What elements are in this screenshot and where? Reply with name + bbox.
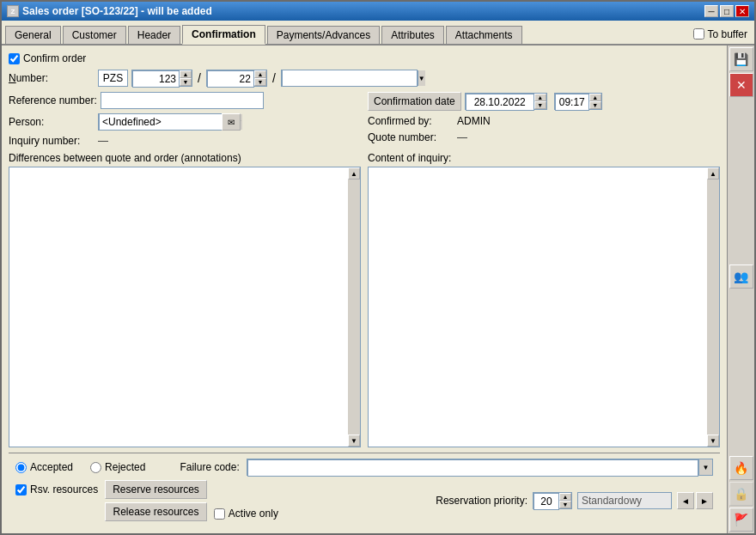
number-spin1-up[interactable]: ▲	[180, 70, 192, 78]
resources-row: Rsv. resources Reserve resources Release…	[15, 480, 713, 521]
date-input[interactable]	[466, 94, 534, 111]
window-title: Sales order [SO-123/22] - will be added	[22, 5, 212, 17]
time-spin-up[interactable]: ▲	[589, 94, 601, 101]
reference-number-input[interactable]	[101, 92, 264, 109]
tab-bar: General Customer Header Confirmation Pay…	[2, 21, 754, 46]
priority-spin-buttons: ▲ ▼	[559, 493, 571, 508]
time-spin-down[interactable]: ▼	[589, 101, 601, 109]
window-close-button[interactable]: ✕	[735, 5, 749, 17]
content-scroll-up[interactable]: ▲	[707, 167, 719, 179]
date-spin-up[interactable]: ▲	[534, 94, 546, 101]
number-value3-input[interactable]	[282, 70, 418, 87]
confirm-order-label: Confirm order	[23, 52, 86, 64]
quote-number-row: Quote number: —	[368, 131, 720, 143]
date-spin-buttons: ▲ ▼	[534, 94, 546, 109]
reference-number-label: Reference number:	[9, 94, 97, 106]
rejected-label: Rejected	[90, 461, 145, 473]
priority-nav-buttons: ◄ ►	[677, 492, 713, 509]
inquiry-number-row: Inquiry number: —	[9, 135, 361, 147]
priority-spin-up[interactable]: ▲	[559, 493, 571, 501]
content-textarea-wrapper: ▲ ▼	[368, 167, 720, 447]
number-dropdown3-btn[interactable]: ▼	[418, 70, 425, 86]
tab-attributes[interactable]: Attributes	[381, 26, 444, 44]
slash1: /	[198, 71, 201, 85]
confirmed-by-row: Confirmed by: ADMIN	[368, 115, 720, 127]
number-value1-input[interactable]	[132, 70, 180, 88]
confirmed-by-label: Confirmed by:	[368, 115, 454, 127]
content-textarea[interactable]	[369, 167, 707, 447]
users-button[interactable]: 👥	[729, 264, 753, 289]
accepted-label: Accepted	[15, 461, 73, 473]
content-section: Content of inquiry: ▲ ▼	[368, 152, 720, 447]
fire-button[interactable]: 🔥	[729, 456, 753, 480]
flag-icon: 🚩	[734, 513, 748, 526]
person-email-button[interactable]: ✉	[222, 113, 241, 131]
diff-scroll-track[interactable]	[348, 179, 360, 435]
priority-spin-down[interactable]: ▼	[559, 501, 571, 508]
number-spin1: ▲ ▼	[131, 70, 192, 87]
failure-code-input[interactable]	[247, 459, 698, 477]
priority-value-input[interactable]	[533, 493, 559, 510]
text-areas-row: Differences between quote and order (ann…	[9, 152, 720, 447]
to-buffer-area: To buffer	[693, 28, 754, 40]
diff-scroll-up[interactable]: ▲	[348, 167, 360, 179]
reserve-resources-button[interactable]: Reserve resources	[105, 480, 207, 499]
conf-date-button[interactable]: Confirmation date	[368, 92, 461, 111]
to-buffer-label: To buffer	[708, 28, 747, 40]
title-bar: Z Sales order [SO-123/22] - will be adde…	[2, 2, 754, 21]
number-spin2: ▲ ▼	[206, 70, 267, 87]
tab-confirmation[interactable]: Confirmation	[182, 25, 265, 45]
app-icon: Z	[7, 5, 19, 17]
rejected-radio[interactable]	[90, 462, 101, 473]
users-icon: 👥	[734, 270, 748, 283]
minimize-button[interactable]: ─	[704, 5, 718, 17]
accepted-radio[interactable]	[15, 462, 27, 473]
slash2: /	[272, 71, 276, 85]
close-icon: ✕	[736, 78, 747, 92]
differences-textarea[interactable]	[9, 167, 348, 447]
save-button[interactable]: 💾	[729, 47, 753, 71]
tab-attachments[interactable]: Attachments	[446, 26, 522, 44]
number-value2-input[interactable]	[207, 70, 254, 88]
tab-customer[interactable]: Customer	[63, 26, 126, 44]
two-col-section: Reference number: Person: ▼ ✉	[9, 92, 720, 147]
content-scroll-down[interactable]: ▼	[707, 435, 719, 447]
date-spin-down[interactable]: ▼	[534, 101, 546, 109]
failure-dropdown-btn[interactable]: ▼	[698, 459, 712, 475]
close-x-button[interactable]: ✕	[729, 73, 753, 97]
tab-header[interactable]: Header	[128, 26, 180, 44]
content-scrollbar[interactable]: ▲ ▼	[707, 167, 719, 447]
number-spin2-down[interactable]: ▼	[254, 78, 266, 86]
number-dropdown3: ▼	[281, 70, 350, 87]
number-spin2-up[interactable]: ▲	[254, 70, 266, 78]
priority-nav-next[interactable]: ►	[696, 492, 713, 509]
tab-payments[interactable]: Payments/Advances	[267, 26, 380, 44]
priority-nav-prev[interactable]: ◄	[677, 492, 694, 509]
maximize-button[interactable]: □	[720, 5, 734, 17]
release-resources-button[interactable]: Release resources	[105, 502, 207, 521]
date-spin: ▲ ▼	[465, 93, 547, 110]
to-buffer-checkbox[interactable]	[693, 28, 704, 40]
reservation-priority-area: Reservation priority: ▲ ▼ Standardowy	[436, 492, 713, 509]
time-spin-buttons: ▲ ▼	[589, 94, 601, 109]
differences-scrollbar[interactable]: ▲ ▼	[348, 167, 360, 447]
lock-button[interactable]: 🔒	[729, 482, 753, 506]
confirmed-by-value: ADMIN	[457, 115, 491, 127]
diff-scroll-down[interactable]: ▼	[348, 435, 360, 447]
content-scroll-track[interactable]	[707, 179, 719, 435]
rsv-resources-label: Rsv. resources	[15, 480, 98, 499]
active-only-checkbox[interactable]	[214, 508, 225, 520]
number-row: Number: ▲ ▼ / ▲ ▼ /	[9, 70, 720, 87]
number-prefix-field[interactable]	[98, 70, 128, 87]
time-input[interactable]	[555, 94, 589, 111]
confirm-order-checkbox[interactable]	[9, 53, 20, 64]
person-dropdown: ▼	[98, 113, 218, 131]
person-input[interactable]	[99, 113, 235, 131]
number-spin1-down[interactable]: ▼	[180, 78, 192, 86]
resource-buttons: Reserve resources Release resources	[105, 480, 207, 521]
rsv-resources-checkbox[interactable]	[15, 484, 27, 495]
failure-code-row: Failure code: ▼	[180, 459, 713, 476]
flag-button[interactable]: 🚩	[729, 508, 753, 532]
tab-general[interactable]: General	[5, 26, 61, 44]
time-spin: ▲ ▼	[554, 93, 602, 110]
